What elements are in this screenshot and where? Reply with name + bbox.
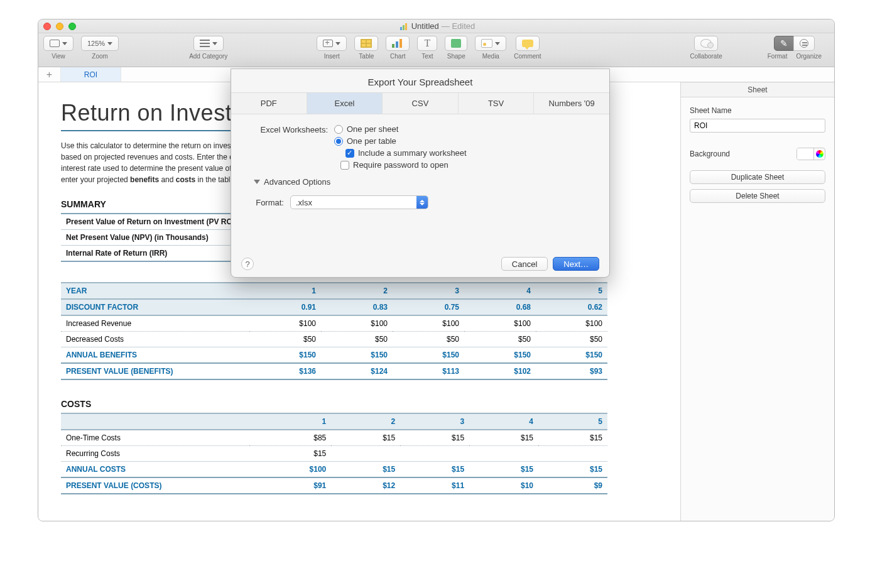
checkbox-include-summary[interactable]: Include a summary worksheet xyxy=(345,148,467,158)
costs-heading: COSTS xyxy=(61,399,674,409)
view-button[interactable] xyxy=(43,36,73,51)
tab-pdf[interactable]: PDF xyxy=(231,93,307,114)
table-button[interactable] xyxy=(354,36,378,51)
advanced-options-toggle[interactable]: Advanced Options xyxy=(254,177,592,187)
close-icon[interactable] xyxy=(43,23,51,30)
comment-label: Comment xyxy=(514,53,541,60)
colorpicker-icon[interactable] xyxy=(813,148,825,160)
toolbar: View 125% Zoom Add Category Insert Table… xyxy=(38,33,834,67)
background-label: Background xyxy=(690,150,730,158)
media-label: Media xyxy=(482,53,499,60)
format-select[interactable]: .xlsx xyxy=(290,195,428,209)
window-title: Untitled xyxy=(411,21,439,31)
radio-one-per-table[interactable]: One per table xyxy=(334,136,467,146)
tab-csv[interactable]: CSV xyxy=(383,93,459,114)
chevron-updown-icon xyxy=(416,196,428,209)
window-edited-status: — Edited xyxy=(442,21,475,31)
duplicate-sheet-button[interactable]: Duplicate Sheet xyxy=(690,170,825,184)
shape-label: Shape xyxy=(447,53,465,60)
organize-label: Organize xyxy=(796,53,822,60)
document-icon xyxy=(400,23,409,30)
zoom-button[interactable]: 125% xyxy=(81,36,119,51)
next-button[interactable]: Next… xyxy=(553,257,599,271)
help-button[interactable]: ? xyxy=(241,258,254,270)
add-sheet-button[interactable]: + xyxy=(38,67,61,82)
organize-button[interactable] xyxy=(793,36,815,51)
collaborate-label: Collaborate xyxy=(690,53,722,60)
delete-sheet-button[interactable]: Delete Sheet xyxy=(690,189,825,203)
chart-button[interactable] xyxy=(386,36,410,51)
background-colorwell[interactable] xyxy=(796,148,825,160)
insert-label: Insert xyxy=(324,53,340,60)
insert-button[interactable] xyxy=(317,36,347,51)
export-dialog: Export Your Spreadsheet PDF Excel CSV TS… xyxy=(231,68,610,278)
format-label: Format: xyxy=(249,197,290,207)
costs-table[interactable]: 12345 One-Time Costs $85$15$15$15$15 Rec… xyxy=(61,413,607,494)
export-tabs: PDF Excel CSV TSV Numbers '09 xyxy=(231,92,609,114)
text-label: Text xyxy=(421,53,433,60)
media-button[interactable] xyxy=(475,36,506,51)
tab-numbers09[interactable]: Numbers '09 xyxy=(534,93,609,114)
add-category-button[interactable] xyxy=(193,36,224,51)
sheet-tab-roi[interactable]: ROI xyxy=(61,67,121,82)
sheet-name-label: Sheet Name xyxy=(690,106,825,115)
view-label: View xyxy=(52,53,65,60)
worksheets-label: Excel Worksheets: xyxy=(249,124,334,134)
inspector-sidebar: Sheet Sheet Name Background Duplicate Sh… xyxy=(680,82,834,521)
shape-button[interactable] xyxy=(445,36,467,51)
benefits-table[interactable]: YEAR 12345 DISCOUNT FACTOR 0.910.830.750… xyxy=(61,282,607,380)
inspector-tab-sheet[interactable]: Sheet xyxy=(681,82,834,97)
comment-button[interactable] xyxy=(516,36,540,51)
add-category-label: Add Category xyxy=(189,53,227,60)
disclosure-triangle-icon xyxy=(254,180,260,184)
chart-label: Chart xyxy=(390,53,405,60)
cancel-button[interactable]: Cancel xyxy=(501,257,548,271)
window-controls[interactable] xyxy=(43,23,76,30)
format-label: Format xyxy=(768,53,788,60)
sheet-name-input[interactable] xyxy=(690,119,825,133)
titlebar: Untitled — Edited xyxy=(38,19,834,33)
radio-one-per-sheet[interactable]: One per sheet xyxy=(334,124,467,134)
text-button[interactable]: T xyxy=(417,36,437,51)
minimize-icon[interactable] xyxy=(56,23,63,30)
tab-tsv[interactable]: TSV xyxy=(459,93,535,114)
export-title: Export Your Spreadsheet xyxy=(231,69,609,92)
table-label: Table xyxy=(359,53,374,60)
collaborate-button[interactable] xyxy=(694,36,718,51)
format-button[interactable]: ✎ xyxy=(774,36,794,51)
tab-excel[interactable]: Excel xyxy=(307,93,383,114)
checkbox-require-password[interactable]: Require password to open xyxy=(340,160,592,170)
zoom-label: Zoom xyxy=(92,53,108,60)
zoom-window-icon[interactable] xyxy=(68,23,76,30)
